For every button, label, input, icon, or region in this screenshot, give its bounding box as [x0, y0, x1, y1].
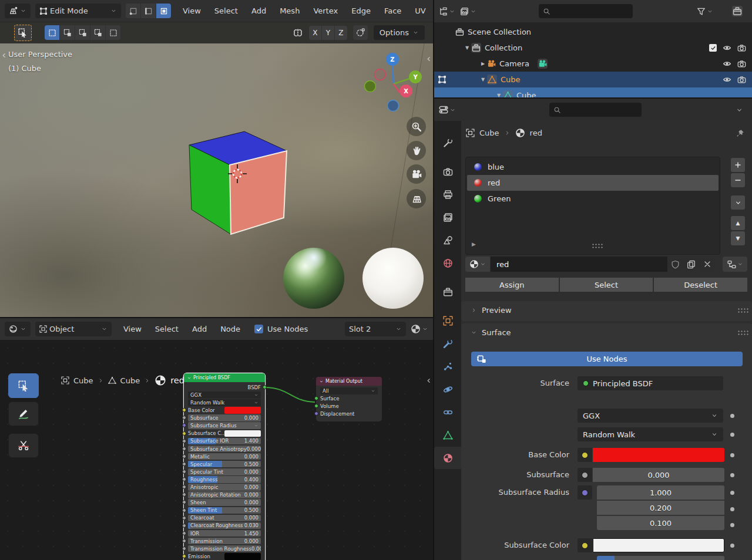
- viewport-menu-add[interactable]: Add: [251, 6, 266, 15]
- outliner-row-cube-3[interactable]: ▼Cube: [434, 72, 752, 87]
- disclosure-toggle[interactable]: ▼: [479, 77, 487, 82]
- tab-tool[interactable]: [434, 131, 461, 154]
- node-row-subsurface-radius[interactable]: Subsurface Radius: [188, 422, 261, 429]
- node-row-subsurface[interactable]: Subsurface0.000: [188, 414, 261, 421]
- outliner-row-cube-4[interactable]: ▼Cube: [434, 87, 752, 97]
- keyframe-dot[interactable]: [730, 507, 734, 511]
- node-row-transmission-roughness[interactable]: Transmission Roughness0.000: [188, 545, 261, 552]
- float-socket[interactable]: [182, 485, 186, 489]
- unlink-material-button[interactable]: [700, 257, 714, 272]
- shader-menu-add[interactable]: Add: [192, 325, 207, 333]
- viewport-menu-edge[interactable]: Edge: [351, 6, 371, 15]
- slot-list-resize-grip[interactable]: [592, 243, 603, 248]
- edge-select-button[interactable]: [141, 4, 156, 18]
- select-subtract-button[interactable]: [75, 25, 90, 40]
- tab-constraints[interactable]: [434, 401, 461, 423]
- outliner-item-label[interactable]: Cube: [516, 91, 536, 97]
- node-material-output[interactable]: Material Output All SurfaceVolumeDisplac…: [316, 377, 382, 421]
- action-select[interactable]: Select: [560, 278, 653, 292]
- keyframe-dot[interactable]: [730, 453, 734, 457]
- subsurface-radius-value-0[interactable]: 1.000: [597, 485, 724, 500]
- surface-panel-header[interactable]: Surface: [471, 328, 511, 337]
- shader-menu-node[interactable]: Node: [220, 325, 240, 333]
- properties-search-input[interactable]: [549, 103, 642, 117]
- node-row-random-walk[interactable]: Random Walk: [188, 399, 261, 406]
- outliner-row-scene-collection-0[interactable]: Scene Collection: [434, 24, 752, 40]
- slot-dropdown[interactable]: Slot 2: [345, 322, 406, 336]
- shader-socket[interactable]: [314, 404, 318, 408]
- viewport-menu-mesh[interactable]: Mesh: [280, 6, 300, 15]
- breadcrumb-object[interactable]: Cube: [73, 376, 93, 385]
- node-row-clearcoat[interactable]: Clearcoat0.000: [188, 515, 261, 522]
- selectability-checkbox[interactable]: [709, 44, 717, 52]
- tab-render[interactable]: [434, 160, 461, 183]
- mode-dropdown[interactable]: Edit Mode: [35, 4, 121, 18]
- move-slot-down-button[interactable]: ▼: [731, 231, 745, 245]
- vector-socket[interactable]: [182, 423, 186, 427]
- orthographic-toggle-button[interactable]: [407, 189, 426, 208]
- float-socket[interactable]: [182, 462, 186, 466]
- tab-object[interactable]: [434, 309, 461, 332]
- action-assign[interactable]: Assign: [465, 278, 559, 292]
- node-canvas[interactable]: Cube Cube red Principled BSDF BSDF GGXRa…: [0, 340, 433, 560]
- disable-render-icon[interactable]: [737, 59, 746, 68]
- filter-dropdown[interactable]: [697, 7, 713, 16]
- subsurface-radius-value-2[interactable]: 0.100: [597, 516, 724, 530]
- editor-type-button[interactable]: [5, 322, 31, 336]
- node-row-base-color[interactable]: Base Color: [188, 407, 261, 414]
- node-row-subsurface-anisotropy[interactable]: Subsurface Anisotropy0.000: [188, 446, 261, 453]
- copy-material-button[interactable]: [683, 257, 699, 272]
- pan-hand-button[interactable]: [407, 141, 426, 160]
- node-output-bsdf[interactable]: BSDF: [188, 384, 261, 391]
- outliner-item-label[interactable]: Camera: [499, 59, 529, 68]
- breadcrumb-material[interactable]: red: [170, 376, 184, 385]
- mirror-axis-y[interactable]: Y: [322, 26, 334, 40]
- float-socket[interactable]: [182, 416, 186, 420]
- row-swatch[interactable]: [224, 430, 261, 437]
- node-row-target[interactable]: All: [320, 387, 378, 394]
- display-mode-dropdown[interactable]: [439, 7, 455, 16]
- preview-panel-header[interactable]: Preview: [471, 306, 512, 315]
- subsurface-socket-button[interactable]: [578, 468, 592, 482]
- gizmo-minus-z[interactable]: [388, 100, 399, 112]
- mirror-axis-x[interactable]: X: [309, 26, 321, 40]
- breadcrumb-data[interactable]: Cube: [120, 376, 140, 385]
- proportional-edit-button[interactable]: [353, 25, 368, 40]
- material-slot-red[interactable]: red: [467, 175, 719, 191]
- keyframe-dot[interactable]: [730, 473, 734, 477]
- viewport-menu-face[interactable]: Face: [384, 6, 401, 15]
- tab-world[interactable]: [434, 252, 461, 274]
- viewport-menu-vertex[interactable]: Vertex: [313, 6, 338, 15]
- disclosure-toggle[interactable]: ▼: [463, 45, 471, 50]
- editor-type-button[interactable]: [439, 105, 456, 114]
- outliner-row-camera-2[interactable]: ▶Camera: [434, 56, 752, 72]
- gizmo-minus-x[interactable]: [375, 69, 386, 80]
- float-socket[interactable]: [182, 539, 186, 543]
- toolbar-expand-icon[interactable]: [0, 52, 8, 59]
- float-socket[interactable]: [182, 531, 186, 535]
- node-row-ior[interactable]: IOR1.450: [188, 530, 261, 537]
- material-slot-blue[interactable]: blue: [467, 159, 719, 175]
- tab-collection[interactable]: [434, 281, 461, 303]
- node-row-subsurface-c[interactable]: Subsurface C..: [188, 430, 261, 437]
- subsurface-color-swatch[interactable]: [593, 538, 724, 552]
- node-row-metallic[interactable]: Metallic0.000: [188, 453, 261, 460]
- select-intersect-button[interactable]: [106, 25, 120, 40]
- new-collection-button[interactable]: [732, 6, 743, 16]
- node-principled-bsdf[interactable]: Principled BSDF BSDF GGXRandom WalkBase …: [184, 373, 265, 560]
- keyframe-dot[interactable]: [730, 544, 734, 548]
- distribution-dropdown[interactable]: GGX: [578, 409, 723, 423]
- float-socket[interactable]: [182, 500, 186, 504]
- add-slot-button[interactable]: [731, 158, 745, 172]
- hide-viewport-icon[interactable]: [723, 59, 731, 68]
- mirror-axis-z[interactable]: Z: [335, 26, 347, 40]
- navigation-gizmo[interactable]: Z Y X: [358, 50, 423, 127]
- shader-type-dropdown[interactable]: Object: [35, 322, 112, 336]
- color-socket[interactable]: [182, 431, 186, 436]
- radius-socket-button[interactable]: [578, 485, 592, 500]
- viewport-menu-uv[interactable]: UV: [415, 6, 425, 15]
- node-row-anisotropic[interactable]: Anisotropic0.000: [188, 484, 261, 491]
- surface-shader-field[interactable]: Principled BSDF: [578, 376, 723, 390]
- sss-method-dropdown[interactable]: Random Walk: [578, 427, 723, 441]
- float-socket[interactable]: [182, 524, 186, 528]
